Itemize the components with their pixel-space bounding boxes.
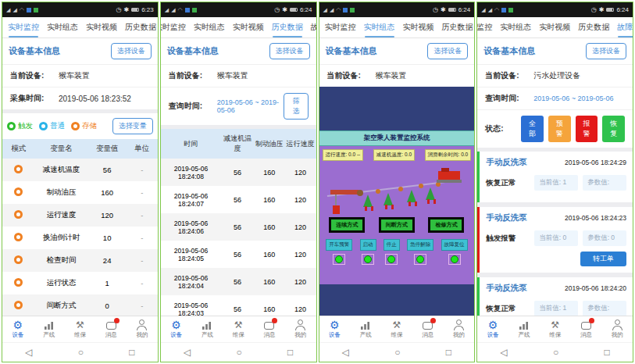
nav-item-mine[interactable]: 我的 (136, 319, 148, 339)
tab-realtime-config[interactable]: 实时组态 (190, 17, 229, 37)
tab-history-data[interactable]: 历史数据 (268, 17, 307, 37)
tab-history-data[interactable]: 历史数据 (574, 17, 613, 37)
select-device-button[interactable]: 选择设备 (427, 43, 468, 59)
back-button[interactable]: ◁ (184, 347, 191, 358)
status-filter-row: 状态: 全部 预警 报警 恢复 (477, 109, 633, 148)
filter-recovered-button[interactable]: 恢复 (602, 116, 625, 142)
back-button[interactable]: ◁ (25, 347, 32, 358)
message-icon (264, 319, 274, 330)
tab-realtime-config[interactable]: 实时组态 (43, 17, 82, 37)
status-bar: ◢ ◢ ◠ ◷ ✱ 6:23 (2, 2, 158, 17)
nav-item-messages[interactable]: 消息 (263, 319, 275, 339)
recents-button[interactable]: □ (129, 347, 134, 358)
select-variable-button[interactable]: 选择变量 (112, 118, 153, 134)
tab-realtime-video[interactable]: 实时视频 (82, 17, 121, 37)
table-row: 2019-05-06 18:24:06 56 160 120 (161, 213, 316, 241)
filter-alarm-button[interactable]: 报警 (576, 116, 598, 142)
nav-item-maintenance[interactable]: 维保 (391, 319, 402, 339)
fault-reset-button[interactable]: 故障复位 (441, 239, 468, 251)
home-button[interactable]: ○ (236, 347, 241, 358)
nav-item-device[interactable]: 设备 (12, 319, 23, 339)
variable-value: 120 (87, 211, 127, 219)
store-mode-icon (14, 165, 23, 173)
nav-item-mine[interactable]: 我的 (294, 319, 306, 339)
tab-history-data[interactable]: 历史数据 (121, 17, 158, 37)
prestart-warning-button[interactable]: 开车预警 (326, 239, 352, 251)
wrench-icon (551, 319, 559, 330)
row-speed: 120 (285, 305, 316, 313)
tab-fault-records[interactable]: 故障记录 (307, 17, 316, 37)
tab-realtime-monitor[interactable]: 实时监控 (161, 17, 190, 37)
nav-item-device[interactable]: 设备 (329, 319, 341, 339)
select-device-button[interactable]: 选择设备 (269, 43, 310, 59)
nav-item-maintenance[interactable]: 维保 (233, 319, 244, 339)
nav-item-messages[interactable]: 消息 (580, 319, 592, 339)
param-value-box: 参数值: (583, 301, 626, 316)
nav-item-mine[interactable]: 我的 (453, 319, 465, 339)
history-table-card: 时间 减速机温度 制动油压 运行速度 2019-05-06 18:24:08 5… (161, 129, 316, 316)
person-icon (612, 319, 623, 330)
table-row: 运行状态 1 - (2, 272, 158, 294)
nav-item-production-line[interactable]: 产线 (43, 319, 55, 339)
nav-item-mine[interactable]: 我的 (612, 319, 623, 339)
estop-release-button[interactable]: 急停解除 (407, 239, 433, 251)
nav-item-messages[interactable]: 消息 (105, 319, 117, 339)
tab-realtime-video[interactable]: 实时视频 (399, 17, 438, 37)
variable-table-body: 减速机温度 56 - 制动油压 160 - (2, 159, 158, 316)
filter-all-button[interactable]: 全部 (521, 116, 544, 142)
tab-realtime-monitor[interactable]: 实时监控 (477, 17, 496, 37)
home-button[interactable]: ○ (394, 347, 400, 358)
variables-card: 触发 普通 存储 选择变量 模式 变量名 变量值 单位 减速机温 (2, 113, 158, 316)
continuous-mode-button[interactable]: 连续方式 (329, 217, 365, 233)
tab-realtime-video[interactable]: 实时视频 (229, 17, 268, 37)
top-tab-bar: 实时监控 实时组态 实时视频 历史数据 故障记录 远程控制 (477, 17, 633, 38)
status-icons-left: ◢ ◢ ◠ (323, 7, 355, 13)
home-button[interactable]: ○ (553, 347, 558, 358)
status-icons-left: ◢ ◢ ◠ (481, 7, 513, 13)
row-speed: 120 (285, 223, 316, 231)
tab-realtime-config[interactable]: 实时组态 (360, 17, 399, 37)
filter-warning-button[interactable]: 预警 (548, 116, 571, 142)
nav-item-production-line[interactable]: 产线 (202, 319, 213, 339)
nav-item-production-line[interactable]: 产线 (518, 319, 530, 339)
recents-button[interactable]: □ (605, 347, 610, 358)
back-button[interactable]: ◁ (342, 347, 349, 358)
store-mode-icon (14, 187, 23, 196)
nav-item-maintenance[interactable]: 维保 (74, 319, 86, 339)
intermittent-mode-button[interactable]: 间断方式 (379, 217, 415, 233)
unread-badge (114, 318, 120, 323)
tab-realtime-monitor[interactable]: 实时监控 (4, 17, 43, 37)
nav-item-device[interactable]: 设备 (170, 319, 182, 339)
status-time: 6:23 (141, 6, 154, 13)
filter-button[interactable]: 筛选 (284, 93, 308, 120)
variable-unit: - (127, 279, 158, 287)
start-button[interactable]: 启动 (360, 239, 376, 251)
nav-item-production-line[interactable]: 产线 (360, 319, 372, 339)
stop-button[interactable]: 停止 (383, 239, 400, 251)
android-nav-bar: ◁ ○ □ (319, 342, 475, 362)
wifi-icon: ◠ (20, 7, 24, 13)
create-work-order-button[interactable]: 转工单 (580, 252, 626, 266)
back-button[interactable]: ◁ (500, 347, 507, 358)
nav-item-maintenance[interactable]: 维保 (549, 319, 561, 339)
tab-realtime-config[interactable]: 实时组态 (496, 17, 535, 37)
select-device-button[interactable]: 选择设备 (111, 43, 152, 59)
tab-realtime-video[interactable]: 实时视频 (535, 17, 574, 37)
collect-time-label: 采集时间: (10, 93, 59, 104)
overhaul-mode-button[interactable]: 检修方式 (428, 217, 464, 233)
alarm-icon: ◷ (274, 6, 280, 13)
nav-item-device[interactable]: 设备 (487, 319, 499, 339)
tab-history-data[interactable]: 历史数据 (438, 17, 475, 37)
home-button[interactable]: ○ (78, 347, 84, 358)
query-time-label: 查询时间: (485, 93, 533, 104)
select-device-button[interactable]: 选择设备 (586, 43, 626, 59)
table-row: 检查时间 24 - (2, 249, 158, 272)
fault-card: 手动反洗泵 2019-05-06 18:24:20 恢复正常 当前值: 1 参数… (477, 277, 633, 316)
nav-item-messages[interactable]: 消息 (422, 319, 433, 339)
recents-button[interactable]: □ (446, 347, 451, 358)
tab-fault-records[interactable]: 故障记录 (613, 17, 633, 37)
variable-unit: - (127, 234, 158, 242)
recents-button[interactable]: □ (287, 347, 293, 358)
tab-realtime-monitor[interactable]: 实时监控 (321, 17, 360, 37)
signal-icon: ◢ (488, 7, 492, 13)
